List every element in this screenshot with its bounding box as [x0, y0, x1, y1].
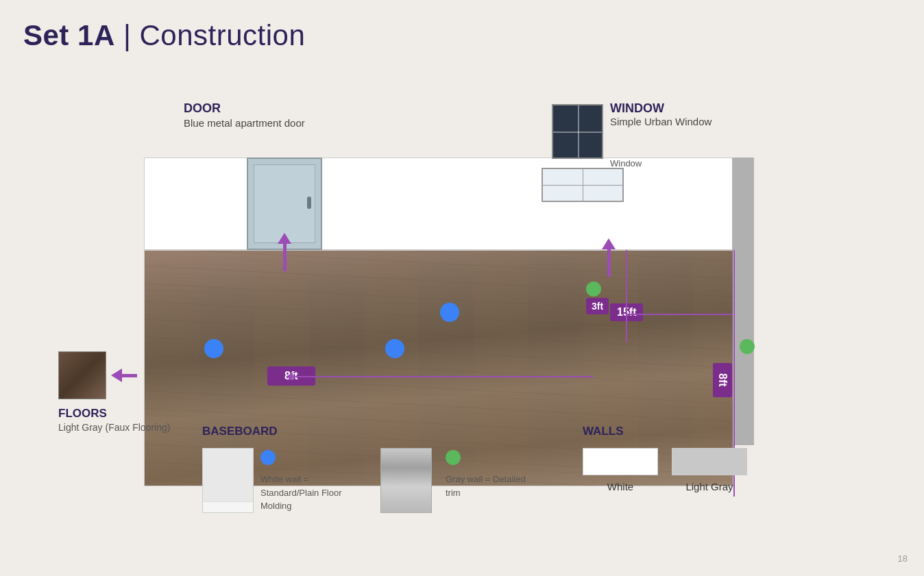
- blue-dot-1: [204, 339, 223, 358]
- wall-swatch-lightgray-box: [672, 448, 747, 475]
- wall-swatch-lightgray: Light Gray: [672, 448, 747, 492]
- green-dot-baseboard: [446, 450, 461, 465]
- walls-section: WALLS White Light Gray: [583, 425, 747, 492]
- baseboard-items: White wall = Standard/Plain Floor Moldin…: [202, 448, 542, 513]
- page-number: 18: [898, 553, 908, 564]
- arrow-window: [602, 238, 616, 277]
- wall-swatch-white-box: [583, 448, 658, 475]
- walls-swatches: White Light Gray: [583, 448, 747, 492]
- baseboard-title: BASEBOARD: [202, 425, 542, 438]
- line-15ft-horizontal: [626, 314, 732, 315]
- page-title: Set 1A | Construction: [23, 19, 305, 52]
- measurement-3ft: 3ft: [586, 298, 609, 314]
- baseboard-item-gray: Gray wall = Detailed trim: [380, 448, 542, 513]
- measurement-8ft-vertical: 8ft: [713, 363, 732, 397]
- wall-right: [732, 158, 754, 445]
- line-8ft-horizontal: [291, 376, 593, 377]
- arrow-floor: [111, 368, 137, 382]
- blue-dot-3: [440, 303, 459, 322]
- arrow-door: [278, 233, 291, 271]
- blue-dot-2: [385, 339, 404, 358]
- door-panel: [254, 164, 315, 243]
- floors-label: FLOORS Light Gray (Faux Flooring): [58, 407, 170, 435]
- blue-dot-baseboard: [260, 450, 276, 465]
- green-dot-1: [586, 281, 601, 297]
- walls-title: WALLS: [583, 425, 747, 438]
- wall-top: [144, 158, 733, 250]
- wall-swatch-lightgray-label: Light Gray: [685, 481, 733, 492]
- bottom-section: BASEBOARD White wall = Standard/Plain Fl…: [202, 425, 747, 513]
- door-label: DOOR Blue metal apartment door: [184, 101, 305, 130]
- baseboard-item-white: White wall = Standard/Plain Floor Moldin…: [202, 448, 356, 513]
- baseboard-swatch-white: [202, 448, 254, 513]
- window-on-wall: [542, 168, 624, 202]
- door-handle: [307, 197, 311, 209]
- wall-swatch-white-label: White: [607, 481, 633, 492]
- line-3ft-vertical: [626, 250, 627, 342]
- floor-swatch: [58, 351, 106, 399]
- baseboard-swatch-gray: [380, 448, 432, 513]
- wall-swatch-white: White: [583, 448, 658, 492]
- window-label: WINDOW Simple Urban Window Window: [610, 101, 712, 168]
- baseboard-section: BASEBOARD White wall = Standard/Plain Fl…: [202, 425, 542, 513]
- green-dot-2: [740, 339, 755, 354]
- window-thumbnail: [552, 104, 603, 159]
